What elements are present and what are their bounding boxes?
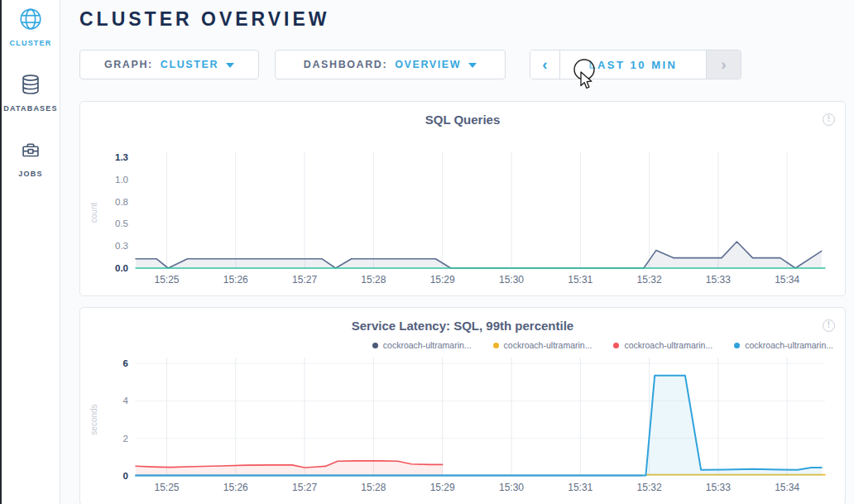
svg-text:0.3: 0.3: [115, 241, 128, 251]
svg-text:15:26: 15:26: [223, 482, 248, 493]
time-range-label[interactable]: LAST 10 MIN: [559, 50, 707, 79]
sql-queries-chart[interactable]: 15:2515:2615:2715:2815:2915:3015:3115:32…: [80, 146, 845, 290]
legend-dot-icon: [493, 343, 499, 348]
chart-card-sql-queries: SQL Queries ! 15:2515:2615:2715:2815:291…: [79, 101, 846, 296]
svg-text:0.5: 0.5: [115, 218, 128, 228]
svg-text:15:31: 15:31: [568, 274, 593, 286]
svg-text:15:29: 15:29: [430, 274, 455, 286]
sidebar-item-label: CLUSTER: [10, 39, 52, 47]
svg-text:15:30: 15:30: [499, 482, 524, 493]
svg-text:2: 2: [123, 434, 128, 444]
sidebar-item-label: DATABASES: [3, 104, 57, 113]
svg-text:15:27: 15:27: [292, 482, 317, 493]
svg-text:0.0: 0.0: [115, 263, 128, 273]
legend-item[interactable]: cockroach-ultramarin...: [493, 340, 593, 350]
prev-time-button[interactable]: ‹: [530, 50, 559, 79]
legend-label: cockroach-ultramarin...: [624, 340, 712, 350]
svg-text:15:28: 15:28: [361, 482, 386, 493]
svg-text:15:29: 15:29: [430, 482, 455, 493]
chevron-down-icon: [468, 63, 477, 68]
legend-dot-icon: [734, 343, 740, 348]
legend-item[interactable]: cockroach-ultramarin...: [734, 340, 833, 350]
chart-title: Service Latency: SQL, 99th percentile: [80, 308, 845, 333]
svg-text:15:28: 15:28: [361, 274, 386, 286]
sidebar-item-label: JOBS: [18, 170, 42, 178]
svg-text:count: count: [89, 203, 98, 223]
globe-icon: [18, 7, 43, 35]
page-title: CLUSTER OVERVIEW: [79, 8, 330, 31]
legend-label: cockroach-ultramarin...: [504, 340, 593, 350]
svg-text:seconds: seconds: [89, 404, 98, 434]
legend-dot-icon: [613, 343, 619, 348]
chart-title: SQL Queries: [80, 102, 845, 127]
svg-text:15:25: 15:25: [154, 274, 179, 286]
svg-text:1.3: 1.3: [115, 152, 128, 162]
graph-dropdown-label: GRAPH:: [104, 59, 153, 70]
info-icon[interactable]: !: [823, 113, 835, 126]
dashboard-dropdown-label: DASHBOARD:: [304, 59, 387, 70]
time-window-selector: ‹ LAST 10 MIN ›: [530, 50, 741, 79]
dashboard-dropdown-value: OVERVIEW: [395, 59, 461, 70]
sidebar-item-databases[interactable]: DATABASES: [2, 65, 60, 131]
dashboard-dropdown[interactable]: DASHBOARD: OVERVIEW: [275, 50, 506, 79]
toolbar: GRAPH: CLUSTER DASHBOARD: OVERVIEW ‹ LAS…: [79, 50, 741, 79]
sidebar: CLUSTER DATABASES JOBS: [2, 0, 60, 504]
info-icon[interactable]: !: [823, 319, 835, 332]
database-icon: [18, 72, 43, 100]
sidebar-item-cluster[interactable]: CLUSTER: [2, 0, 60, 65]
legend-label: cockroach-ultramarin...: [383, 340, 472, 350]
service-latency-chart[interactable]: 15:2515:2615:2715:2815:2915:3015:3115:32…: [80, 355, 845, 501]
svg-text:6: 6: [123, 358, 128, 368]
next-time-button[interactable]: ›: [707, 50, 741, 79]
sidebar-item-jobs[interactable]: JOBS: [2, 131, 60, 196]
chevron-down-icon: [226, 63, 234, 68]
svg-text:15:25: 15:25: [154, 482, 179, 493]
svg-text:15:31: 15:31: [568, 482, 593, 493]
svg-text:0.8: 0.8: [115, 197, 128, 207]
svg-text:1.0: 1.0: [115, 175, 128, 185]
svg-text:15:30: 15:30: [499, 274, 524, 286]
legend-item[interactable]: cockroach-ultramarin...: [613, 340, 712, 350]
svg-text:15:34: 15:34: [775, 274, 799, 286]
svg-text:15:33: 15:33: [706, 482, 731, 493]
chart-card-service-latency: Service Latency: SQL, 99th percentile ! …: [79, 307, 846, 504]
window-edge: [0, 0, 2, 504]
svg-text:15:27: 15:27: [292, 274, 317, 286]
briefcase-icon: [18, 137, 43, 166]
svg-text:4: 4: [123, 396, 129, 406]
chart-legend: cockroach-ultramarin...cockroach-ultrama…: [372, 338, 833, 352]
svg-text:15:26: 15:26: [223, 274, 248, 286]
svg-text:15:32: 15:32: [637, 482, 662, 493]
graph-dropdown[interactable]: GRAPH: CLUSTER: [79, 50, 259, 79]
svg-text:15:34: 15:34: [775, 482, 799, 493]
graph-dropdown-value: CLUSTER: [161, 59, 218, 70]
legend-dot-icon: [372, 343, 378, 348]
main-content: CLUSTER OVERVIEW GRAPH: CLUSTER DASHBOAR…: [61, 0, 854, 504]
svg-text:15:33: 15:33: [706, 274, 731, 286]
legend-item[interactable]: cockroach-ultramarin...: [372, 340, 472, 350]
svg-text:15:32: 15:32: [637, 274, 662, 286]
svg-text:0: 0: [123, 471, 128, 481]
legend-label: cockroach-ultramarin...: [745, 340, 833, 350]
